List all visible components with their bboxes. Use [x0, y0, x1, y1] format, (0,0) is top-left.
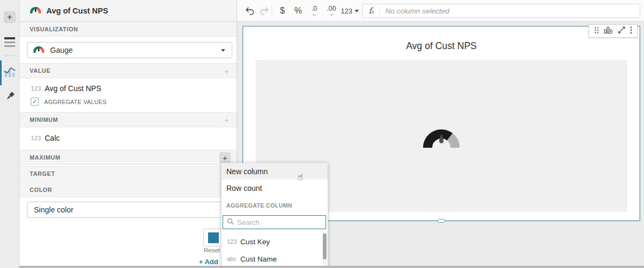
section-visualization: VISUALIZATION — [19, 22, 237, 37]
column-search-box[interactable] — [223, 215, 326, 229]
add-value-column-button[interactable]: + — [224, 67, 229, 75]
add-color-rule-link[interactable]: + Add — [199, 258, 218, 266]
undo-icon — [245, 6, 255, 16]
undo-button[interactable] — [243, 0, 256, 22]
percent-icon: % — [294, 6, 302, 16]
add-element-button[interactable]: + — [4, 11, 16, 23]
minimum-field-row[interactable]: 123 Calc — [19, 132, 237, 145]
element-config-panel: Avg of Cust NPS VISUALIZATION Gauge VALU… — [19, 0, 237, 268]
scrollbar-thumb[interactable] — [323, 233, 327, 259]
increase-decimals-icon: .00 → — [327, 6, 336, 16]
increase-decimals-button[interactable]: .00 → — [323, 0, 340, 22]
color-mode-value: Single color — [34, 205, 73, 214]
gauge-icon — [30, 6, 41, 16]
number-format-label: 123 — [341, 7, 352, 15]
active-tab-accent — [0, 60, 2, 85]
number-format-dropdown[interactable]: 123 — [340, 0, 360, 22]
search-input[interactable] — [237, 218, 318, 226]
target-label: TARGET — [30, 170, 55, 177]
maximize-icon[interactable] — [618, 26, 626, 36]
element-properties-icon[interactable] — [3, 66, 16, 81]
menu-scrollbar[interactable] — [323, 232, 327, 268]
window-bottom-edge — [19, 266, 644, 268]
section-maximum: MAXIMUM — [19, 150, 237, 165]
plus-icon: + — [223, 153, 227, 162]
formula-toolbar: $ % .0 ← .00 → 123 fx No column selected — [237, 0, 644, 22]
aggregate-column-label: AGGREGATE COLUMN — [226, 202, 328, 209]
minimum-label: MINIMUM — [30, 116, 58, 123]
visualization-select[interactable]: Gauge — [27, 42, 232, 58]
page-outline-icon[interactable] — [4, 37, 15, 49]
section-minimum: MINIMUM + — [19, 112, 237, 127]
search-icon — [227, 217, 234, 227]
toolbar-divider — [272, 5, 272, 17]
rail-divider — [4, 56, 15, 56]
add-maximum-column-button[interactable]: + — [219, 152, 231, 163]
section-value: VALUE + — [19, 63, 237, 78]
gauge-icon — [33, 45, 45, 55]
drag-handle-icon[interactable] — [594, 26, 599, 36]
value-label: VALUE — [30, 67, 51, 74]
aggregate-values-checkbox[interactable]: ✓ — [31, 98, 39, 106]
decrease-decimals-icon: .0 ← — [311, 6, 317, 16]
explore-chart-icon[interactable] — [604, 26, 613, 36]
menu-item-new-column[interactable]: New column — [221, 163, 328, 180]
redo-button[interactable] — [258, 0, 271, 22]
redo-icon — [259, 6, 269, 16]
panel-title: Avg of Cust NPS — [46, 6, 108, 15]
menu-column-cust-name[interactable]: abc Cust Name — [221, 250, 322, 267]
formula-bar-divider — [379, 6, 380, 15]
number-type-icon: 123 — [31, 135, 45, 141]
chart-title: Avg of Cust NPS — [244, 40, 639, 52]
visualization-label: VISUALIZATION — [30, 26, 78, 32]
maximum-label: MAXIMUM — [30, 154, 60, 161]
dollar-icon: $ — [280, 6, 285, 16]
visualization-value: Gauge — [50, 46, 73, 54]
chevron-down-icon — [221, 49, 225, 52]
decrease-decimals-button[interactable]: .0 ← — [307, 0, 321, 22]
number-type-icon: 123 — [31, 85, 45, 92]
color-swatch — [208, 232, 219, 243]
fx-icon: fx — [369, 6, 374, 16]
currency-format-button[interactable]: $ — [276, 0, 289, 22]
color-label: COLOR — [30, 187, 52, 193]
section-color: COLOR — [19, 182, 237, 197]
minimum-field-name: Calc — [45, 134, 60, 142]
format-paintbrush-icon[interactable] — [4, 91, 15, 105]
element-floating-toolbar — [588, 24, 638, 38]
value-field-name: Avg of Cust NPS — [45, 84, 101, 93]
plus-icon: + — [7, 12, 12, 22]
menu-item-row-count[interactable]: Row count — [221, 180, 328, 197]
gauge-graphic — [416, 122, 467, 150]
formula-placeholder: No column selected — [385, 7, 449, 15]
resize-handle[interactable] — [438, 219, 445, 223]
add-minimum-column-button[interactable]: + — [224, 116, 229, 124]
color-mode-select[interactable]: Single color — [27, 202, 232, 218]
kebab-menu-icon[interactable] — [630, 26, 632, 36]
text-type-icon: abc — [227, 256, 240, 262]
menu-column-cust-key[interactable]: 123 Cust Key — [221, 233, 322, 250]
section-target: TARGET — [19, 166, 237, 181]
checkmark-icon: ✓ — [32, 98, 37, 105]
value-field-row[interactable]: 123 Avg of Cust NPS — [19, 82, 237, 95]
percent-format-button[interactable]: % — [291, 0, 305, 22]
left-rail: + — [0, 0, 19, 268]
number-type-icon: 123 — [227, 238, 240, 245]
add-column-menu: New column Row count AGGREGATE COLUMN 12… — [221, 163, 328, 268]
aggregate-values-label: AGGREGATE VALUES — [44, 99, 107, 105]
panel-header: Avg of Cust NPS — [19, 0, 237, 22]
chevron-down-icon — [355, 10, 359, 12]
formula-bar[interactable]: fx No column selected — [362, 4, 640, 18]
